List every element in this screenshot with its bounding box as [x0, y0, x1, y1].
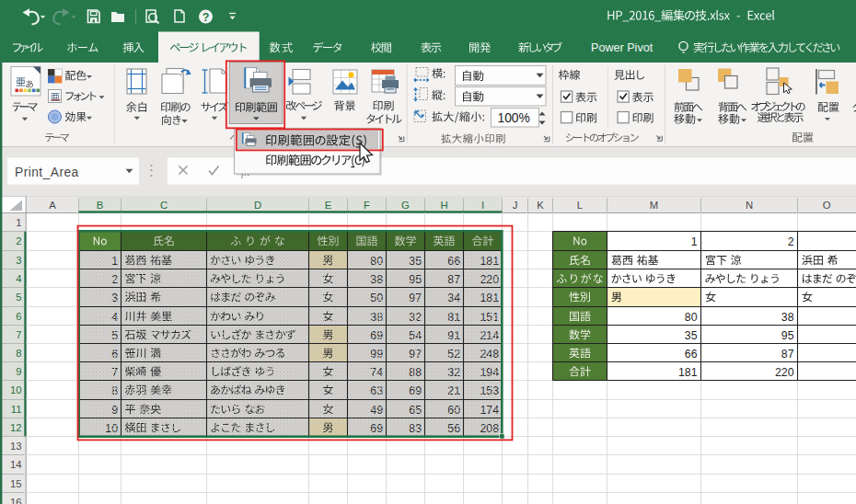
svg-text:Power Pivot: Power Pivot: [591, 41, 654, 54]
svg-text:15: 15: [10, 478, 22, 489]
svg-text:H: H: [440, 200, 447, 211]
svg-text:I: I: [481, 200, 484, 211]
svg-text:4: 4: [16, 273, 21, 284]
svg-text:K: K: [537, 200, 544, 211]
svg-text:F: F: [364, 200, 370, 211]
svg-text:11: 11: [11, 404, 22, 415]
svg-text:B: B: [97, 200, 104, 211]
svg-text:A: A: [49, 200, 56, 211]
svg-text:100%: 100%: [498, 111, 530, 125]
svg-text:1: 1: [691, 235, 698, 248]
svg-text:66: 66: [685, 348, 698, 361]
svg-text:14: 14: [10, 459, 22, 470]
svg-text:1: 1: [16, 217, 21, 228]
svg-text:D: D: [254, 200, 261, 211]
svg-text:10: 10: [10, 384, 22, 395]
svg-text:J: J: [513, 200, 518, 211]
svg-text:Print_Area: Print_Area: [15, 166, 79, 179]
svg-text:E: E: [325, 200, 332, 211]
svg-text:35: 35: [685, 329, 698, 342]
svg-text:N: N: [746, 200, 753, 211]
svg-text:7: 7: [16, 329, 21, 340]
svg-text:13: 13: [10, 441, 22, 452]
svg-text:?: ?: [202, 11, 210, 24]
svg-text:181: 181: [678, 366, 698, 379]
svg-text:3: 3: [16, 255, 21, 266]
svg-text:M: M: [650, 200, 658, 211]
svg-text:C: C: [160, 200, 168, 211]
svg-text:38: 38: [781, 311, 794, 324]
svg-text:220: 220: [775, 366, 794, 379]
svg-text:9: 9: [16, 366, 21, 377]
svg-text:80: 80: [685, 311, 698, 324]
svg-text:16: 16: [10, 497, 22, 504]
svg-text:2: 2: [16, 235, 21, 246]
svg-text:95: 95: [781, 329, 794, 342]
svg-text:O: O: [823, 200, 831, 211]
svg-text:5: 5: [16, 292, 21, 303]
svg-text:G: G: [401, 200, 410, 211]
svg-text:6: 6: [16, 311, 21, 322]
svg-text:8: 8: [16, 348, 21, 359]
svg-text:L: L: [577, 200, 583, 211]
svg-text:12: 12: [10, 422, 22, 433]
svg-text:2: 2: [788, 235, 794, 248]
svg-text:87: 87: [781, 348, 794, 361]
